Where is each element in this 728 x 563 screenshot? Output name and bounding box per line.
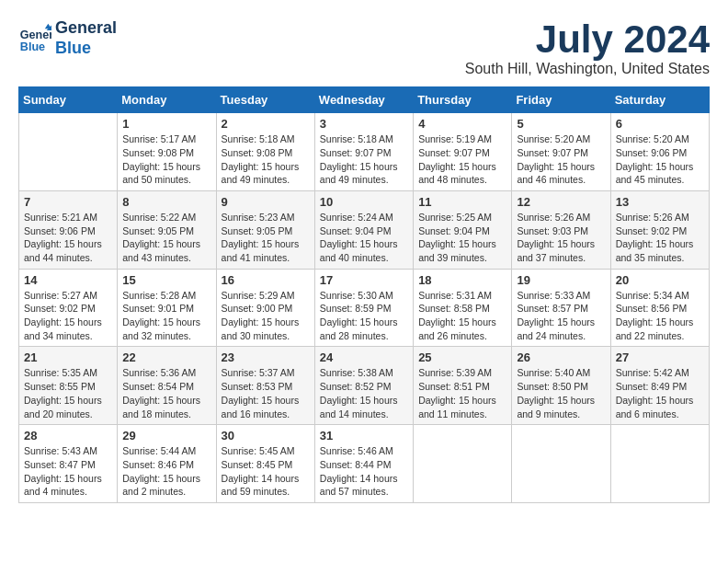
day-number: 9 — [222, 195, 310, 209]
calendar-cell: 17Sunrise: 5:30 AM Sunset: 8:59 PM Dayli… — [314, 269, 413, 347]
logo: General Blue General Blue — [18, 18, 117, 58]
calendar-cell: 31Sunrise: 5:46 AM Sunset: 8:44 PM Dayli… — [314, 425, 413, 503]
day-info: Sunrise: 5:39 AM Sunset: 8:51 PM Dayligh… — [418, 366, 506, 420]
weekday-header: Saturday — [610, 87, 709, 113]
weekday-header: Tuesday — [216, 87, 314, 113]
day-number: 1 — [122, 117, 210, 131]
day-number: 4 — [418, 117, 506, 131]
day-info: Sunrise: 5:29 AM Sunset: 9:00 PM Dayligh… — [222, 289, 310, 343]
day-number: 11 — [418, 195, 506, 209]
calendar-cell — [414, 425, 512, 503]
calendar-week-row: 1Sunrise: 5:17 AM Sunset: 9:08 PM Daylig… — [19, 113, 710, 191]
day-info: Sunrise: 5:37 AM Sunset: 8:53 PM Dayligh… — [222, 366, 310, 420]
calendar-cell: 12Sunrise: 5:26 AM Sunset: 9:03 PM Dayli… — [512, 190, 610, 269]
weekday-header: Thursday — [414, 87, 512, 113]
day-info: Sunrise: 5:34 AM Sunset: 8:56 PM Dayligh… — [616, 289, 704, 343]
day-number: 25 — [418, 350, 506, 364]
calendar-cell: 21Sunrise: 5:35 AM Sunset: 8:55 PM Dayli… — [19, 347, 118, 425]
calendar-cell: 8Sunrise: 5:22 AM Sunset: 9:05 PM Daylig… — [118, 190, 216, 269]
calendar-cell: 4Sunrise: 5:19 AM Sunset: 9:07 PM Daylig… — [414, 113, 512, 191]
calendar-cell: 30Sunrise: 5:45 AM Sunset: 8:45 PM Dayli… — [216, 425, 314, 503]
weekday-header-row: SundayMondayTuesdayWednesdayThursdayFrid… — [19, 87, 710, 113]
calendar-cell: 26Sunrise: 5:40 AM Sunset: 8:50 PM Dayli… — [512, 347, 610, 425]
day-number: 8 — [122, 195, 210, 209]
day-number: 23 — [222, 350, 310, 364]
day-info: Sunrise: 5:43 AM Sunset: 8:47 PM Dayligh… — [24, 444, 112, 499]
day-number: 31 — [320, 429, 408, 442]
day-number: 28 — [24, 429, 112, 442]
weekday-header: Sunday — [19, 87, 118, 113]
day-info: Sunrise: 5:18 AM Sunset: 9:07 PM Dayligh… — [320, 132, 408, 187]
day-info: Sunrise: 5:31 AM Sunset: 8:58 PM Dayligh… — [418, 289, 506, 343]
day-info: Sunrise: 5:30 AM Sunset: 8:59 PM Dayligh… — [320, 289, 408, 343]
calendar-week-row: 7Sunrise: 5:21 AM Sunset: 9:06 PM Daylig… — [19, 190, 710, 269]
day-info: Sunrise: 5:21 AM Sunset: 9:06 PM Dayligh… — [24, 211, 112, 265]
day-number: 5 — [517, 117, 605, 131]
day-info: Sunrise: 5:42 AM Sunset: 8:49 PM Dayligh… — [616, 366, 704, 420]
calendar-cell: 6Sunrise: 5:20 AM Sunset: 9:06 PM Daylig… — [610, 113, 709, 191]
calendar-cell — [512, 425, 610, 503]
day-info: Sunrise: 5:40 AM Sunset: 8:50 PM Dayligh… — [517, 366, 605, 420]
day-number: 10 — [320, 195, 408, 209]
day-number: 29 — [122, 429, 210, 442]
day-number: 12 — [517, 195, 605, 209]
page-header: General Blue General Blue July 2024 Sout… — [18, 18, 710, 77]
calendar-cell: 5Sunrise: 5:20 AM Sunset: 9:07 PM Daylig… — [512, 113, 610, 191]
day-number: 22 — [122, 350, 210, 364]
logo-icon: General Blue — [18, 22, 51, 55]
day-number: 7 — [24, 195, 112, 209]
weekday-header: Friday — [512, 87, 610, 113]
calendar-cell: 20Sunrise: 5:34 AM Sunset: 8:56 PM Dayli… — [610, 269, 709, 347]
day-info: Sunrise: 5:26 AM Sunset: 9:02 PM Dayligh… — [616, 211, 704, 265]
logo-text: General Blue — [55, 18, 117, 58]
calendar-cell: 14Sunrise: 5:27 AM Sunset: 9:02 PM Dayli… — [19, 269, 118, 347]
day-number: 26 — [517, 350, 605, 364]
day-number: 2 — [222, 117, 310, 131]
day-info: Sunrise: 5:22 AM Sunset: 9:05 PM Dayligh… — [122, 211, 210, 265]
calendar-cell: 10Sunrise: 5:24 AM Sunset: 9:04 PM Dayli… — [314, 190, 413, 269]
day-number: 27 — [616, 350, 704, 364]
calendar-cell — [19, 113, 118, 191]
weekday-header: Wednesday — [314, 87, 413, 113]
title-area: July 2024 South Hill, Washington, United… — [465, 18, 710, 77]
day-number: 20 — [616, 273, 704, 287]
day-info: Sunrise: 5:18 AM Sunset: 9:08 PM Dayligh… — [222, 132, 310, 187]
calendar-cell: 7Sunrise: 5:21 AM Sunset: 9:06 PM Daylig… — [19, 190, 118, 269]
day-info: Sunrise: 5:20 AM Sunset: 9:07 PM Dayligh… — [517, 132, 605, 187]
calendar: SundayMondayTuesdayWednesdayThursdayFrid… — [18, 86, 710, 503]
day-number: 24 — [320, 350, 408, 364]
weekday-header: Monday — [118, 87, 216, 113]
day-info: Sunrise: 5:44 AM Sunset: 8:46 PM Dayligh… — [122, 444, 210, 499]
day-info: Sunrise: 5:27 AM Sunset: 9:02 PM Dayligh… — [24, 289, 112, 343]
calendar-cell: 3Sunrise: 5:18 AM Sunset: 9:07 PM Daylig… — [314, 113, 413, 191]
day-number: 3 — [320, 117, 408, 131]
calendar-cell: 24Sunrise: 5:38 AM Sunset: 8:52 PM Dayli… — [314, 347, 413, 425]
day-number: 6 — [616, 117, 704, 131]
svg-text:Blue: Blue — [20, 40, 45, 52]
day-info: Sunrise: 5:24 AM Sunset: 9:04 PM Dayligh… — [320, 211, 408, 265]
day-info: Sunrise: 5:28 AM Sunset: 9:01 PM Dayligh… — [122, 289, 210, 343]
day-number: 21 — [24, 350, 112, 364]
calendar-week-row: 21Sunrise: 5:35 AM Sunset: 8:55 PM Dayli… — [19, 347, 710, 425]
calendar-cell: 23Sunrise: 5:37 AM Sunset: 8:53 PM Dayli… — [216, 347, 314, 425]
calendar-week-row: 28Sunrise: 5:43 AM Sunset: 8:47 PM Dayli… — [19, 425, 710, 503]
day-number: 18 — [418, 273, 506, 287]
calendar-cell: 16Sunrise: 5:29 AM Sunset: 9:00 PM Dayli… — [216, 269, 314, 347]
day-info: Sunrise: 5:17 AM Sunset: 9:08 PM Dayligh… — [122, 132, 210, 187]
calendar-cell: 28Sunrise: 5:43 AM Sunset: 8:47 PM Dayli… — [19, 425, 118, 503]
day-number: 15 — [122, 273, 210, 287]
day-info: Sunrise: 5:33 AM Sunset: 8:57 PM Dayligh… — [517, 289, 605, 343]
day-number: 14 — [24, 273, 112, 287]
calendar-cell: 11Sunrise: 5:25 AM Sunset: 9:04 PM Dayli… — [414, 190, 512, 269]
calendar-cell: 18Sunrise: 5:31 AM Sunset: 8:58 PM Dayli… — [414, 269, 512, 347]
day-number: 17 — [320, 273, 408, 287]
calendar-cell: 29Sunrise: 5:44 AM Sunset: 8:46 PM Dayli… — [118, 425, 216, 503]
day-info: Sunrise: 5:35 AM Sunset: 8:55 PM Dayligh… — [24, 366, 112, 420]
day-info: Sunrise: 5:25 AM Sunset: 9:04 PM Dayligh… — [418, 211, 506, 265]
calendar-cell: 2Sunrise: 5:18 AM Sunset: 9:08 PM Daylig… — [216, 113, 314, 191]
calendar-cell: 19Sunrise: 5:33 AM Sunset: 8:57 PM Dayli… — [512, 269, 610, 347]
calendar-cell — [610, 425, 709, 503]
location-title: South Hill, Washington, United States — [465, 61, 710, 77]
calendar-week-row: 14Sunrise: 5:27 AM Sunset: 9:02 PM Dayli… — [19, 269, 710, 347]
calendar-cell: 22Sunrise: 5:36 AM Sunset: 8:54 PM Dayli… — [118, 347, 216, 425]
